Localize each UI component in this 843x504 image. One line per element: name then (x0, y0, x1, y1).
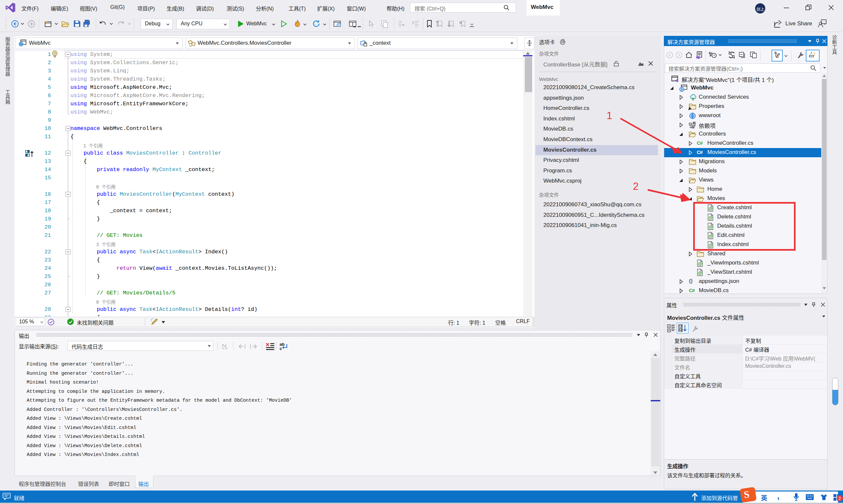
svg-text:A: A (679, 325, 681, 328)
svg-text:@: @ (698, 270, 702, 275)
svg-text:c: c (279, 346, 282, 351)
svg-text:@: @ (698, 261, 702, 266)
svg-text:Z: Z (679, 329, 681, 332)
